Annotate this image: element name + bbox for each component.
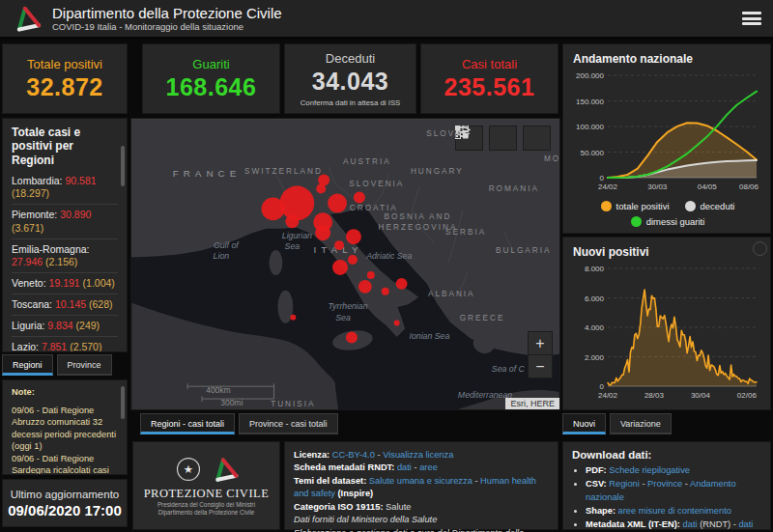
region-positives: (18.297) (12, 187, 49, 199)
stat-totale-positivi: Totale positivi 32.872 (2, 43, 128, 114)
link[interactable]: Visualizza licenza (383, 450, 453, 460)
region-total: 10.145 (55, 298, 89, 310)
legend-item[interactable]: totale positivi (601, 201, 670, 211)
case-bubble[interactable] (290, 315, 296, 321)
case-bubble[interactable] (346, 229, 361, 244)
map-label: FRANCE (173, 168, 242, 179)
map-label: Lion (214, 251, 230, 261)
stat-value: 34.043 (312, 68, 388, 96)
tab-map-province[interactable]: Province - casi totali (239, 413, 338, 434)
map-label: MO (544, 154, 559, 163)
case-bubble[interactable] (382, 288, 389, 295)
link[interactable]: Province (647, 479, 682, 489)
region-name: Toscana: (12, 298, 55, 310)
region-total: 7.851 (42, 341, 70, 352)
tab-nuovi[interactable]: Nuovi (562, 413, 606, 434)
case-bubble[interactable] (316, 184, 326, 194)
notes-scrollbar[interactable] (121, 386, 125, 419)
map-attribution[interactable]: Esri, HERE (505, 398, 559, 409)
case-bubble[interactable] (396, 278, 408, 290)
link[interactable]: aree (419, 462, 438, 472)
link[interactable]: dati (683, 519, 698, 529)
footer-info-line: Licenza: CC-BY-4.0 - Visualizza licenza (294, 449, 549, 462)
map-label: Sea (335, 313, 351, 322)
italy-map[interactable]: SLOVAKIAMOFRANCESWITZERLANDAUSTRIAHUNGAR… (130, 118, 560, 410)
map-label: 400km (206, 385, 230, 395)
case-bubble[interactable] (394, 321, 400, 326)
case-bubble[interactable] (285, 214, 299, 228)
case-bubble[interactable] (328, 193, 347, 212)
tab-map-regioni[interactable]: Regioni - casi totali (140, 413, 235, 434)
footer-logo-name: PROTEZIONE CIVILE (144, 487, 270, 501)
case-bubble[interactable] (279, 186, 314, 221)
case-bubble[interactable] (334, 240, 344, 250)
legend-item[interactable]: dimessi guariti (631, 216, 705, 227)
andamento-title: Andamento nazionale (573, 52, 762, 66)
region-total: 19.191 (49, 277, 83, 289)
case-bubble[interactable] (367, 271, 375, 279)
map-label: SERBIA (445, 228, 486, 237)
regions-scrollbar[interactable] (121, 146, 125, 186)
map-corsica (270, 250, 283, 275)
region-name: Veneto: (12, 277, 49, 289)
regions-list: Lombardia: 90.581 (18.297)Piemonte: 30.8… (12, 171, 118, 352)
svg-text:24/02: 24/02 (598, 391, 618, 400)
map-label: BOSNIA AND (385, 212, 452, 221)
panel-options-icon[interactable] (753, 241, 767, 256)
svg-text:150.000: 150.000 (576, 98, 604, 106)
case-bubble[interactable] (354, 191, 365, 203)
link[interactable]: Regioni (609, 479, 640, 489)
download-item: CSV: Regioni - Province - Andamento nazi… (586, 478, 761, 505)
case-bubble[interactable] (358, 280, 372, 294)
case-bubble[interactable] (348, 255, 358, 265)
download-item: Shape: aree misure di contenimento (586, 505, 761, 518)
zoom-in-button[interactable]: + (529, 332, 552, 354)
layers-icon[interactable] (489, 126, 517, 151)
tab-variazione[interactable]: Variazione (610, 413, 672, 434)
download-title: Download dati: (572, 449, 761, 461)
footer-info-line: Dati forniti dal Ministero della Salute (294, 514, 549, 526)
link[interactable]: Schede riepilogative (609, 465, 690, 475)
map-tabs: Regioni - casi totali Province - casi to… (140, 413, 338, 434)
tab-regioni[interactable]: Regioni (2, 354, 53, 376)
zoom-out-button[interactable]: − (529, 354, 552, 378)
hamburger-menu-icon[interactable] (742, 12, 761, 25)
dashboard: Dipartimento della Protezione Civile COV… (0, 0, 773, 532)
case-bubble[interactable] (315, 225, 330, 240)
link[interactable]: dati (397, 462, 412, 472)
republic-emblem-icon: ★ (174, 455, 203, 484)
link[interactable]: dati (738, 519, 753, 529)
last-update-value: 09/06/2020 17:00 (8, 502, 122, 518)
region-positives: (628) (89, 298, 113, 310)
stat-value: 168.646 (166, 73, 257, 101)
region-positives: (3.671) (12, 222, 43, 234)
stat-guariti: Guariti 168.646 (142, 43, 280, 114)
legend-item[interactable]: deceduti (685, 201, 735, 211)
link[interactable]: Salute umana e sicurezza (369, 476, 472, 486)
link[interactable]: CC-BY-4.0 (332, 450, 375, 460)
map-label: BULGARIA (496, 246, 552, 255)
nuovi-positivi-chart: 02.0004.0006.0008.00024/0228/0330/0402/0… (573, 263, 762, 400)
case-bubble[interactable] (332, 260, 348, 275)
region-positives: (2.570) (70, 341, 101, 352)
map-canvas[interactable]: SLOVAKIAMOFRANCESWITZERLANDAUSTRIAHUNGAR… (131, 119, 559, 409)
region-total: 27.946 (12, 256, 45, 267)
case-bubble[interactable] (262, 197, 285, 220)
legend-dot-icon (631, 216, 642, 227)
region-total: 9.834 (47, 320, 75, 331)
region-name: Liguria: (12, 320, 47, 331)
basemap-icon[interactable] (523, 126, 551, 151)
map-label: SWITZERLAND (244, 167, 323, 176)
region-row: Lazio: 7.851 (2.570) (12, 336, 118, 352)
region-name: Emilia-Romagna: (12, 243, 90, 255)
map-label: ALBANIA (428, 290, 475, 298)
map-label: Ionian Sea (410, 331, 450, 341)
tab-province[interactable]: Province (57, 354, 112, 376)
regions-panel-title: Totale casi e positivi per Regioni (12, 126, 118, 167)
link[interactable]: aree misure di contenimento (618, 506, 731, 516)
map-toolbar (455, 126, 551, 151)
region-row: Piemonte: 30.890 (3.671) (12, 204, 118, 238)
andamento-legend: totale positividecedutidimessi guariti (573, 201, 762, 227)
case-bubble[interactable] (346, 332, 358, 344)
map-label: HUNGARY (411, 167, 464, 176)
